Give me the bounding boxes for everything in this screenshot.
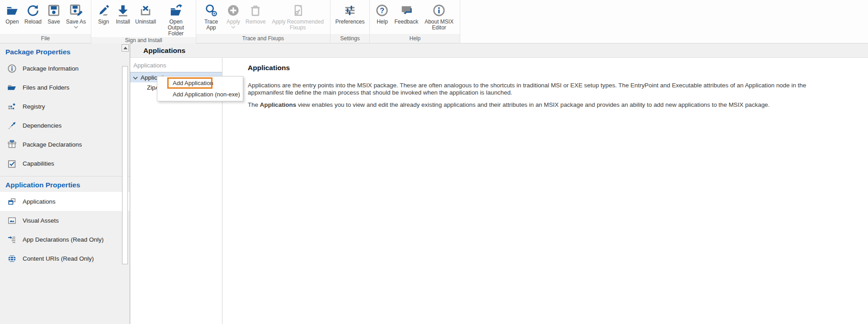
save-button[interactable]: Save: [45, 2, 63, 25]
menu-item-add-application-non-exe[interactable]: Add Application (non-exe): [157, 89, 243, 100]
menu-item-add-application[interactable]: Add Application: [157, 77, 243, 89]
globe-icon: [7, 254, 17, 263]
sidebar-item-applications[interactable]: Applications: [0, 192, 130, 211]
install-button[interactable]: Install: [114, 2, 132, 25]
about-msix-editor-button[interactable]: About MSIX Editor: [421, 2, 457, 31]
sidebar-item-label: Package Information: [23, 65, 79, 72]
open-label: Open: [5, 19, 19, 25]
trace-app-icon: [204, 3, 218, 18]
uninstall-button[interactable]: Uninstall: [133, 2, 158, 25]
paragraph-2-suffix: view enables you to view and edit the al…: [296, 101, 769, 108]
paragraph-2-prefix: The: [248, 101, 260, 108]
sidebar-item-label: Package Declarations: [23, 141, 82, 148]
app-window-icon: [7, 197, 17, 206]
save-as-icon: [69, 3, 83, 18]
sidebar-item-label: Registry: [23, 103, 45, 110]
scroll-up-arrow-icon[interactable]: [122, 44, 129, 52]
context-menu: Add Application Add Application (non-exe…: [157, 76, 243, 101]
chevron-expanded-icon[interactable]: [133, 74, 138, 81]
open-output-folder-button[interactable]: Open Output Folder: [159, 2, 193, 37]
chevron-down-icon[interactable]: [231, 26, 236, 29]
scrollbar-thumb[interactable]: [122, 66, 128, 264]
ribbon-group-trace-fixups: Trace App Apply Remove: [196, 0, 330, 43]
folder-icon: [7, 83, 17, 92]
tree-column-header: Applications: [130, 58, 222, 72]
sidebar-item-label: Files and Folders: [23, 84, 70, 91]
sidebar-item-content-uris[interactable]: Content URIs (Read Only): [0, 249, 130, 268]
reload-label: Reload: [24, 19, 42, 25]
sidebar-heading-package-properties: Package Properties: [0, 43, 130, 59]
sidebar-item-dependencies[interactable]: Dependencies: [0, 116, 130, 135]
apply-label: Apply: [226, 19, 240, 25]
sidebar-item-visual-assets[interactable]: Visual Assets: [0, 211, 130, 230]
menu-item-label: Add Application (non-exe): [173, 91, 240, 98]
sidebar-item-label: Content URIs (Read Only): [23, 255, 94, 262]
sidebar-item-capabilities[interactable]: Capabilities: [0, 154, 130, 173]
install-icon: [116, 3, 130, 18]
feedback-button[interactable]: Feedback: [392, 2, 420, 25]
preferences-label: Preferences: [335, 19, 365, 25]
help-label: Help: [377, 19, 388, 25]
about-icon: [432, 3, 446, 18]
image-icon: [7, 216, 17, 225]
list-arrow-icon: [7, 235, 17, 244]
sign-button[interactable]: Sign: [94, 2, 113, 25]
content-heading: Applications: [248, 64, 836, 72]
save-as-button[interactable]: Save As: [64, 2, 88, 29]
reload-icon: [26, 3, 40, 18]
menu-item-label: Add Application: [173, 80, 213, 86]
about-msix-editor-label: About MSIX Editor: [423, 19, 455, 31]
help-icon: ?: [375, 3, 389, 18]
sign-label: Sign: [98, 19, 109, 25]
sidebar-item-label: Dependencies: [23, 122, 61, 129]
reload-button[interactable]: Reload: [23, 2, 43, 25]
sidebar-heading-application-properties: Application Properties: [0, 176, 130, 192]
sidebar-item-label: Applications: [23, 198, 56, 205]
sidebar-item-label: Visual Assets: [23, 217, 59, 224]
ribbon-group-label-settings: Settings: [330, 34, 370, 43]
ribbon-group-file: Open Reload Save Save As: [0, 0, 91, 43]
apply-recommended-fixups-button[interactable]: Apply Recommended Fixups: [269, 2, 327, 31]
sidebar-item-label: Capabilities: [23, 160, 54, 167]
help-button[interactable]: ? Help: [373, 2, 391, 25]
remove-label: Remove: [245, 19, 266, 25]
navigation-sidebar: Package Properties Package Information F…: [0, 43, 130, 324]
sidebar-scrollbar[interactable]: [121, 43, 130, 324]
content-paragraph-1: Applications are the entry points into t…: [248, 82, 836, 96]
sidebar-item-package-declarations[interactable]: Package Declarations: [0, 135, 130, 154]
ribbon-toolbar: Open Reload Save Save As: [0, 0, 868, 43]
gift-icon: [7, 140, 17, 149]
apply-icon: [226, 3, 240, 18]
install-label: Install: [116, 19, 130, 25]
remove-button[interactable]: Remove: [244, 2, 268, 25]
ribbon-group-sign-install: Sign Install Uninstall Open Output Folde…: [91, 0, 196, 43]
paragraph-2-bold: Applications: [260, 101, 296, 108]
info-icon: [7, 64, 17, 73]
preferences-icon: [343, 3, 357, 18]
sidebar-item-package-information[interactable]: Package Information: [0, 59, 130, 78]
feedback-label: Feedback: [394, 19, 418, 25]
fixups-icon: [291, 3, 305, 18]
svg-text:?: ?: [380, 6, 385, 14]
feedback-icon: [400, 3, 413, 18]
preferences-button[interactable]: Preferences: [334, 2, 367, 25]
sidebar-item-app-declarations[interactable]: App Declarations (Read Only): [0, 230, 130, 249]
sidebar-item-registry[interactable]: Registry: [0, 97, 130, 116]
ribbon-group-label-sign-install: Sign and Install: [91, 37, 196, 43]
ribbon-group-help: ? Help Feedback About MSIX Editor Help: [370, 0, 460, 43]
page-title: Applications: [130, 43, 868, 58]
apply-recommended-fixups-label: Apply Recommended Fixups: [271, 19, 325, 31]
chevron-down-icon[interactable]: [74, 26, 78, 29]
open-output-folder-icon: [169, 3, 183, 18]
content-paragraph-2: The Applications view enables you to vie…: [248, 101, 836, 109]
sidebar-item-files-and-folders[interactable]: Files and Folders: [0, 78, 130, 97]
apply-button[interactable]: Apply: [224, 2, 242, 29]
open-button[interactable]: Open: [3, 2, 21, 25]
ribbon-group-label-file: File: [0, 34, 91, 43]
open-output-folder-label: Open Output Folder: [161, 19, 191, 37]
registry-icon: [7, 102, 17, 111]
trace-app-button[interactable]: Trace App: [199, 2, 223, 31]
checkbox-icon: [7, 159, 17, 168]
ribbon-group-settings: Preferences Settings: [330, 0, 370, 43]
ribbon-group-label-help: Help: [370, 34, 460, 43]
